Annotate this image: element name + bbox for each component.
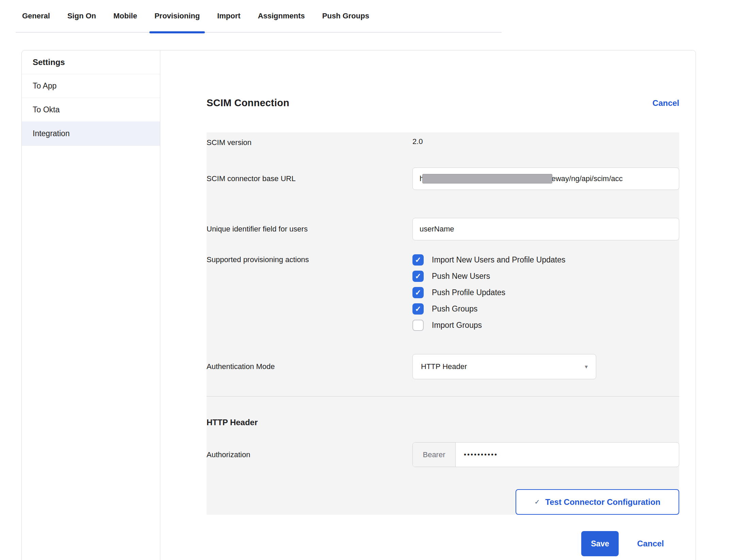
provisioning-actions-row: Supported provisioning actions ✓ Import … [207,254,679,336]
scim-version-row: SCIM version 2.0 [207,132,679,147]
unique-id-row: Unique identifier field for users userNa… [207,218,679,240]
cancel-link-top[interactable]: Cancel [652,98,679,108]
checkbox-box[interactable]: ✓ [412,254,424,266]
auth-mode-label: Authentication Mode [207,362,412,371]
title-row: SCIM Connection Cancel [207,97,679,109]
sidebar-item-integration[interactable]: Integration [22,122,160,146]
tab-mobile[interactable]: Mobile [113,0,137,32]
cancel-link-bottom[interactable]: Cancel [637,539,664,548]
checkbox-box[interactable]: ✓ [412,303,424,315]
check-icon: ✓ [415,256,421,264]
base-url-label: SCIM connector base URL [207,174,412,183]
sidebar-item-to-okta[interactable]: To Okta [22,98,160,122]
test-connector-label: Test Connector Configuration [545,497,660,507]
provisioning-actions-label: Supported provisioning actions [207,254,412,336]
check-icon: ✓ [534,498,540,506]
test-connector-row: ✓ Test Connector Configuration [207,489,679,515]
checkbox-label: Import New Users and Profile Updates [432,255,565,265]
app-tab-bar: General Sign On Mobile Provisioning Impo… [16,0,502,33]
provisioning-settings-page: General Sign On Mobile Provisioning Impo… [0,0,749,560]
tab-general[interactable]: General [22,0,50,32]
check-icon: ✓ [415,289,421,297]
tab-sign-on[interactable]: Sign On [67,0,96,32]
checkbox-box[interactable]: ✓ [412,320,424,331]
check-icon: ✓ [415,273,421,280]
scim-version-value: 2.0 [412,137,423,146]
bearer-prefix: Bearer [413,443,456,467]
authorization-input-group: Bearer •••••••••• [412,442,679,467]
checkbox-label: Push Profile Updates [432,288,505,297]
checkbox-label: Push Groups [432,304,477,314]
test-connector-configuration-button[interactable]: ✓ Test Connector Configuration [516,489,679,515]
checkbox-import-new-users[interactable]: ✓ Import New Users and Profile Updates [412,254,679,266]
checkbox-import-groups[interactable]: ✓ Import Groups [412,320,679,331]
auth-mode-row: Authentication Mode HTTP Header ▾ [207,354,679,379]
unique-id-input[interactable]: userName [412,218,679,240]
save-button[interactable]: Save [581,531,619,556]
checkbox-push-new-users[interactable]: ✓ Push New Users [412,271,679,282]
authorization-token-input[interactable]: •••••••••• [456,443,679,467]
redaction-overlay [422,174,552,183]
base-url-row: SCIM connector base URL https://b5bd-195… [207,167,679,190]
checkbox-box[interactable]: ✓ [412,287,424,298]
scim-version-label: SCIM version [207,137,412,147]
tab-assignments[interactable]: Assignments [258,0,305,32]
page-title: SCIM Connection [207,97,289,109]
tab-provisioning[interactable]: Provisioning [154,0,200,32]
checkbox-box[interactable]: ✓ [412,271,424,282]
tab-import[interactable]: Import [217,0,240,32]
settings-sidebar: Settings To App To Okta Integration [22,50,160,560]
base-url-input[interactable]: https://b5bd-195-19-67-148.ngrok.io/gate… [412,167,679,190]
form-footer: Save Cancel [207,531,679,556]
checkbox-push-profile-updates[interactable]: ✓ Push Profile Updates [412,287,679,298]
section-divider [207,396,679,397]
authorization-label: Authorization [207,450,412,459]
tab-push-groups[interactable]: Push Groups [322,0,369,32]
unique-id-label: Unique identifier field for users [207,225,412,234]
sidebar-item-to-app[interactable]: To App [22,74,160,98]
unique-id-value: userName [420,225,454,234]
sidebar-heading-settings: Settings [22,50,160,74]
chevron-down-icon: ▾ [585,363,588,370]
scim-connection-content: SCIM Connection Cancel SCIM version 2.0 … [161,50,696,556]
auth-mode-select[interactable]: HTTP Header ▾ [412,354,596,379]
auth-mode-value: HTTP Header [421,362,467,371]
checkbox-push-groups[interactable]: ✓ Push Groups [412,303,679,315]
checkbox-label: Push New Users [432,272,490,281]
authorization-row: Authorization Bearer •••••••••• [207,442,679,467]
check-icon: ✓ [415,305,421,313]
scim-form-panel: SCIM version 2.0 SCIM connector base URL… [207,132,679,515]
provisioning-card: Settings To App To Okta Integration SCIM… [21,50,696,560]
http-header-heading: HTTP Header [207,418,679,427]
checkbox-label: Import Groups [432,321,482,330]
